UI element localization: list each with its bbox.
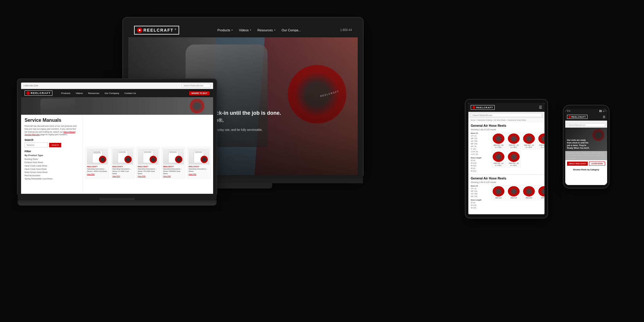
phone-search-bar bbox=[565, 121, 607, 128]
tablet-reel-img2-2 bbox=[508, 186, 520, 196]
laptop-nav-contact[interactable]: Contact Us bbox=[122, 92, 138, 95]
tablet-filter-1[interactable]: 1" (14) bbox=[471, 148, 490, 150]
tablet-length-25[interactable]: 25 (13) bbox=[471, 162, 490, 165]
phone-logo[interactable]: REELCRAFT bbox=[567, 115, 588, 119]
doc-line bbox=[169, 153, 177, 153]
filter-item-bonding[interactable]: Bonding Reels bbox=[25, 157, 79, 161]
tablet-filter-1-1/2[interactable]: 1-1/2" (5) bbox=[471, 153, 490, 156]
filter-item-exhaust[interactable]: Exhaust Hose Reels bbox=[25, 161, 79, 164]
laptop-nav-cta[interactable]: WHERE TO BUY bbox=[189, 91, 210, 95]
tablet-product2-4[interactable]: 4700 OLP bbox=[537, 185, 544, 200]
battery-icon: ▪ bbox=[605, 110, 605, 112]
desktop-nav-products[interactable]: Products bbox=[217, 28, 233, 32]
tablet-product2-2[interactable]: 7000 OLP bbox=[507, 185, 521, 200]
phone-menu-icon[interactable]: ☰ bbox=[603, 115, 605, 119]
tablet-filter2-5/8[interactable]: 5/8" (24) bbox=[471, 195, 490, 198]
tablet-filter2-1/2[interactable]: 1/2" (40) bbox=[471, 193, 490, 195]
laptop-info-text: Reelcraft has discontinued some of our r… bbox=[25, 125, 79, 136]
filter-item-hand-cable[interactable]: Hand Crank Cable Reels bbox=[25, 164, 79, 167]
tablet-length-30[interactable]: 30 (25) bbox=[471, 165, 490, 167]
laptop-nav-products[interactable]: Products bbox=[59, 92, 73, 95]
phone-time: 9:41 bbox=[567, 110, 571, 112]
result-brand-0: REELCRAFT bbox=[87, 166, 108, 167]
phone-learn-btn[interactable]: LEARN MORE bbox=[589, 162, 605, 166]
desktop-nav-company[interactable]: Our Compa... bbox=[282, 28, 302, 32]
result-link-3[interactable]: View PDF bbox=[163, 175, 184, 177]
tablet-header: REELCRAFT ☰ bbox=[468, 103, 544, 112]
tablet-filter2-3/8[interactable]: 3/8" (21) bbox=[471, 190, 490, 193]
tablet-reel-img-4 bbox=[538, 133, 544, 144]
tablet-product2-1[interactable]: 3600 OLP bbox=[491, 185, 506, 200]
filter-item-spring[interactable]: Spring Retractable Cord Reels bbox=[25, 177, 79, 180]
tablet-filter-3/8[interactable]: 3/8" (21) bbox=[471, 137, 490, 140]
desktop-nav-videos[interactable]: Videos bbox=[239, 28, 251, 32]
tablet-product-name2-3: 4000 OLP bbox=[526, 197, 532, 199]
tablet-length2-30[interactable]: 30 (25) bbox=[471, 207, 490, 209]
tablet-reel-img-6 bbox=[508, 152, 520, 162]
laptop-search-section: Search Search bbox=[25, 138, 79, 148]
tablet-product-6[interactable]: 7000 OLP - 3/4 in. x 25 ft. bbox=[507, 150, 521, 167]
tablet-length-50[interactable]: 50 (61) bbox=[471, 170, 490, 172]
doc-line bbox=[169, 152, 177, 152]
result-brand-4: REELCRAFT bbox=[189, 166, 209, 167]
tablet-product-name2-4: 4700 OLP bbox=[541, 197, 544, 199]
tablet-product-5[interactable]: 7650 OLP - 1/2 in. x 50 ft. bbox=[491, 150, 506, 167]
doc-line bbox=[144, 152, 151, 152]
tablet-length-20[interactable]: 20 (2) bbox=[471, 159, 490, 162]
laptop-manual-search[interactable] bbox=[25, 143, 48, 148]
laptop-logo[interactable]: REELCRAFT bbox=[25, 90, 52, 96]
result-link-1[interactable]: View PDF bbox=[112, 175, 133, 177]
laptop-topbar: 1-800-444-3134 bbox=[21, 83, 213, 89]
desktop-nav-resources[interactable]: Resources bbox=[258, 28, 276, 32]
laptop-search-input[interactable] bbox=[181, 84, 211, 88]
tablet-filter-1/4[interactable]: 1/4" (1) bbox=[471, 135, 490, 137]
laptop-results-grid: REELCRAFT Operating Instructions – Serie… bbox=[85, 147, 211, 179]
tablet-filter-1-1/4[interactable]: 1-1/4" (4) bbox=[471, 150, 490, 153]
desktop-logo-text: REELCRAFT bbox=[143, 28, 174, 32]
tablet-filter-5/8[interactable]: 5/8" (24) bbox=[471, 143, 490, 145]
result-reel-2 bbox=[150, 156, 157, 163]
result-thumb-2 bbox=[138, 148, 159, 165]
tablet-search-input[interactable] bbox=[471, 113, 542, 117]
result-link-2[interactable]: View PDF bbox=[138, 175, 159, 177]
phone-search-input[interactable] bbox=[567, 123, 605, 127]
result-reel-4 bbox=[201, 156, 208, 163]
laptop-hero bbox=[21, 97, 213, 115]
laptop-logo-text: REELCRAFT bbox=[31, 92, 51, 95]
filter-item-hand-hose[interactable]: Hand Crank Hose Reels bbox=[25, 167, 79, 171]
tablet-filter-1/2[interactable]: 1/2" (40) bbox=[471, 140, 490, 143]
scene: REELCRAFT ® Products Videos Resources Ou… bbox=[0, 0, 644, 322]
desktop-logo[interactable]: REELCRAFT ® bbox=[134, 26, 179, 35]
tablet: REELCRAFT ☰ Home > Interactive Catalog >… bbox=[465, 100, 547, 218]
phone-notch bbox=[579, 105, 594, 108]
tablet-logo[interactable]: REELCRAFT bbox=[471, 105, 495, 110]
wifi-icon: ⊙ bbox=[603, 110, 604, 112]
tablet-length-35[interactable]: 35 (4) bbox=[471, 167, 490, 170]
tablet-product-3[interactable]: 4000 OLP - 1/2 in. x 50 ft. bbox=[522, 132, 536, 149]
tablet-product-4[interactable]: 4700 OLP - 3/8 in. x 50 ft. bbox=[537, 132, 544, 149]
tablet-hose-id-label: Hose I.D. bbox=[471, 132, 490, 134]
laptop-nav-videos[interactable]: Videos bbox=[73, 92, 85, 95]
laptop-search-row: Search bbox=[25, 143, 79, 148]
phone-about-btn[interactable]: ABOUT REELCRAFT bbox=[567, 162, 588, 166]
laptop-bottom bbox=[18, 194, 217, 200]
laptop-nav-resources[interactable]: Resources bbox=[86, 92, 102, 95]
doc-line bbox=[144, 151, 151, 152]
phone-outer: 9:41 ▌▌ ⊙ ▪ REELCRAFT ☰ bbox=[564, 105, 609, 188]
tablet-length2-25[interactable]: 25 (13) bbox=[471, 204, 490, 207]
laptop-search-label: Search bbox=[25, 138, 79, 141]
tablet-product2-3[interactable]: 4000 OLP bbox=[522, 185, 536, 200]
filter-item-accessories[interactable]: Reel Accessories bbox=[25, 174, 79, 177]
result-link-4[interactable]: View PDF bbox=[189, 173, 209, 175]
tablet-product-2[interactable]: 7000 OLP - 1/2 in. x 30 ft. bbox=[507, 132, 521, 149]
filter-item-motor[interactable]: Motor Driven Hose Reels bbox=[25, 171, 79, 174]
tablet-filter-3/4[interactable]: 3/4" (4) bbox=[471, 145, 490, 148]
tablet-product-1[interactable]: 3600 OLP - 3/8 in. x 35 ft. bbox=[491, 132, 506, 149]
laptop-search-btn[interactable]: Search bbox=[49, 143, 61, 147]
tablet-filter2-1/4[interactable]: 1/4" (1) bbox=[471, 187, 490, 190]
laptop-nav-company[interactable]: Our Company bbox=[102, 92, 121, 95]
tablet-reel-img-3 bbox=[523, 133, 535, 144]
tablet-menu-icon[interactable]: ☰ bbox=[539, 105, 542, 109]
tablet-length2-20[interactable]: 20 (2) bbox=[471, 201, 490, 204]
result-link-0[interactable]: View PDF bbox=[87, 173, 108, 175]
